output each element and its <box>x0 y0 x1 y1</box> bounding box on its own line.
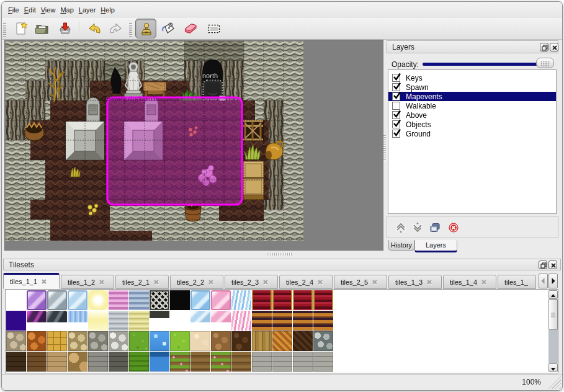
eraser-tool-button[interactable] <box>182 20 199 37</box>
tileset-tab-tiles_2_1[interactable]: tiles_2_1 <box>115 275 169 289</box>
tileset-tab-tiles_2_3[interactable]: tiles_2_3 <box>225 275 278 289</box>
palette-tile-beams[interactable] <box>272 311 292 331</box>
new-file-button[interactable] <box>13 20 29 37</box>
tab-close-icon[interactable] <box>99 278 105 285</box>
map-canvas[interactable]: north cavesnake2_boss cavesnake2_boss <box>6 41 303 241</box>
palette-tile-indigo[interactable] <box>6 311 26 331</box>
layer-visibility-checkbox[interactable] <box>392 92 400 100</box>
tileset-tab-tiles_1_[interactable]: tiles_1_ <box>498 275 536 289</box>
horizontal-splitter-handle[interactable] <box>267 253 292 256</box>
palette-tile-grass-dirt[interactable] <box>170 352 190 372</box>
palette-tile-glow-yellow2[interactable] <box>88 311 108 331</box>
palette-tile-sand[interactable] <box>190 331 210 351</box>
palette-tile-glass-pink[interactable] <box>211 311 231 331</box>
menu-help[interactable]: Help <box>99 5 117 15</box>
palette-tile-wave-blue[interactable] <box>231 290 251 310</box>
float-tilesets-button[interactable] <box>539 261 547 269</box>
palette-tile-empty[interactable] <box>6 290 26 310</box>
palette-tile-grass-bright[interactable] <box>170 331 190 351</box>
palette-tile-herringbone[interactable] <box>293 331 313 351</box>
delete-layer-button[interactable] <box>448 222 459 233</box>
palette-tile-curtain[interactable] <box>313 290 333 310</box>
toolbar-drag-handle[interactable] <box>3 22 6 37</box>
tileset-tab-tiles_2_2[interactable]: tiles_2_2 <box>170 275 223 289</box>
palette-tile-wicker[interactable] <box>272 331 292 351</box>
palette-tile-brick-stone[interactable] <box>293 352 313 372</box>
move-layer-up-button[interactable] <box>395 222 406 233</box>
vertical-splitter-handle[interactable] <box>383 135 386 161</box>
palette-tile-empty[interactable] <box>170 311 190 331</box>
tab-close-icon[interactable] <box>426 278 433 285</box>
palette-tile-water-edge[interactable] <box>150 352 169 372</box>
palette-tile-brick-stone[interactable] <box>272 352 292 372</box>
dock-tab-history[interactable]: History <box>388 240 414 251</box>
tab-close-icon[interactable] <box>372 278 378 285</box>
menu-edit[interactable]: Edit <box>22 5 38 15</box>
close-tilesets-button[interactable] <box>548 261 557 269</box>
palette-tile-black[interactable] <box>170 290 190 310</box>
tileset-tab-tiles_2_5[interactable]: tiles_2_5 <box>334 275 387 289</box>
float-dock-button[interactable] <box>540 43 548 51</box>
layer-row-walkable[interactable]: Walkable <box>388 101 556 110</box>
layer-row-mapevents[interactable]: Mapevents <box>388 92 556 101</box>
palette-tile-beams[interactable] <box>252 311 272 331</box>
map-canvas-viewport[interactable]: north cavesnake2_boss cavesnake2_boss <box>4 40 383 251</box>
resize-grip[interactable] <box>548 376 561 389</box>
palette-tile-water[interactable] <box>150 331 169 351</box>
palette-tile-stone-big-tan[interactable] <box>68 352 87 372</box>
palette-tile-tile-yellow[interactable] <box>47 331 67 351</box>
stamp-tool-button[interactable] <box>135 19 156 38</box>
tileset-tab-tiles_1_3[interactable]: tiles_1_3 <box>388 275 442 289</box>
layer-row-above[interactable]: Above <box>388 110 556 120</box>
save-button[interactable] <box>57 20 73 37</box>
palette-tile-water-str[interactable] <box>68 311 87 331</box>
menu-view[interactable]: View <box>39 5 58 15</box>
select-tool-button[interactable] <box>206 20 222 37</box>
palette-tile-cobble-tan[interactable] <box>68 331 87 351</box>
palette-tile-glass-pink[interactable] <box>211 290 231 310</box>
close-dock-button[interactable] <box>550 43 558 51</box>
tab-close-icon[interactable] <box>153 278 160 285</box>
palette-tile-wave-pink[interactable] <box>231 311 251 331</box>
opacity-slider-handle[interactable] <box>536 58 554 68</box>
palette-tile-glass-gray-dk[interactable] <box>47 311 67 331</box>
layer-row-objects[interactable]: Objects <box>388 120 556 129</box>
tab-scroll-right-button[interactable] <box>548 274 558 288</box>
palette-tile-brick-stone[interactable] <box>252 352 272 372</box>
layer-visibility-checkbox[interactable] <box>392 130 400 138</box>
palette-tile-grass[interactable] <box>129 331 149 351</box>
palette-tile-curtain[interactable] <box>252 290 272 310</box>
palette-tile-stripes-pink[interactable] <box>109 290 128 310</box>
palette-tile-dirt[interactable] <box>211 331 231 351</box>
tab-close-icon[interactable] <box>262 278 269 285</box>
palette-tile-brick-gray[interactable] <box>88 352 108 372</box>
move-layer-down-button[interactable] <box>412 222 423 233</box>
palette-tile-pebbles[interactable] <box>313 331 333 351</box>
menu-layer[interactable]: Layer <box>77 5 98 15</box>
palette-tile-stripes-yellow[interactable] <box>129 311 149 331</box>
palette-tile-glass-blue[interactable] <box>190 311 210 331</box>
menu-file[interactable]: File <box>6 5 21 15</box>
open-folder-button[interactable] <box>34 20 50 37</box>
palette-tile-lattice[interactable] <box>150 290 169 310</box>
palette-tile-stripes-blue[interactable] <box>129 290 149 310</box>
palette-tile-cobble-gray[interactable] <box>88 331 108 351</box>
palette-tile-crack-orange[interactable] <box>27 331 47 351</box>
tab-scroll-left-button[interactable] <box>539 274 548 288</box>
palette-tile-brick-tan[interactable] <box>47 352 67 372</box>
palette-tile-stone-white[interactable] <box>109 331 128 351</box>
palette-tile-glow-yellow[interactable] <box>88 290 108 310</box>
redo-button[interactable] <box>108 20 124 37</box>
palette-tile-glass-blue[interactable] <box>68 290 87 310</box>
palette-tile-stripes-gray[interactable] <box>109 311 128 331</box>
palette-tile-dirt-rows[interactable] <box>190 352 210 372</box>
palette-tile-glass-blue2[interactable] <box>190 290 210 310</box>
palette-tile-wood-v[interactable] <box>252 331 272 351</box>
palette-tile-grass-dirt[interactable] <box>211 352 231 372</box>
palette-tile-curtain[interactable] <box>272 290 292 310</box>
layer-row-spawn[interactable]: Spawn <box>388 82 556 92</box>
tileset-tab-tiles_1_1[interactable]: tiles_1_1 <box>3 273 60 289</box>
palette-tile-plate-dark[interactable] <box>150 311 169 331</box>
toolbar-drag-handle-2[interactable] <box>129 22 132 37</box>
tab-close-icon[interactable] <box>317 278 324 285</box>
